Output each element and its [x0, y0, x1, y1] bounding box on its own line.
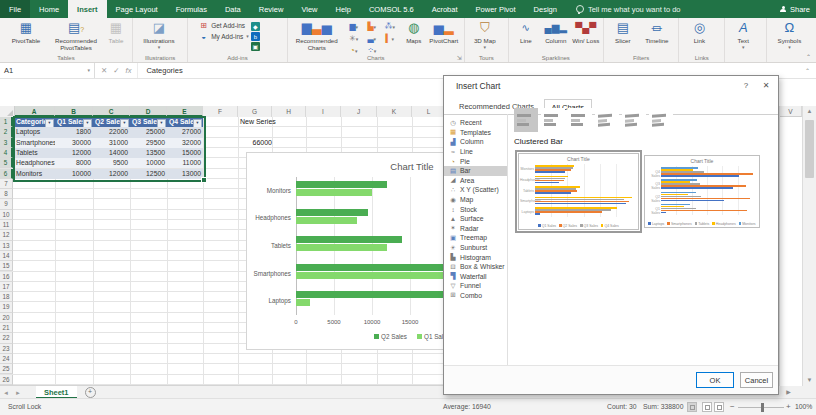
tell-me-box[interactable]: Tell me what you want to do	[566, 0, 681, 18]
table-cell[interactable]: 25000	[130, 127, 167, 137]
chart-type-histogram[interactable]: ▙Histogram	[444, 252, 507, 262]
scroll-down-icon[interactable]: ▼	[803, 375, 816, 386]
table-header-q3-sales[interactable]: Q3 Sales▾	[130, 117, 167, 127]
table-cell[interactable]: 30000	[55, 138, 93, 148]
chart-preview-1[interactable]: Chart TitleMonitorsHeadphonesTabletsSmar…	[518, 153, 639, 230]
chart-type-line[interactable]: ≈Line	[444, 147, 507, 157]
column-header-a[interactable]: A	[14, 106, 55, 117]
timeline-button[interactable]: ⏛ Timeline	[639, 20, 675, 44]
table-cell[interactable]: 27000	[167, 127, 203, 137]
cell-new-series[interactable]: New Series	[240, 118, 276, 125]
filter-dropdown-icon[interactable]: ▾	[120, 119, 129, 128]
table-cell[interactable]: 12000	[55, 148, 93, 158]
row-header-7[interactable]: 7	[0, 179, 13, 189]
table-cell[interactable]: 15000	[167, 148, 203, 158]
tab-review[interactable]: Review	[250, 0, 293, 18]
row-header-10[interactable]: 10	[0, 210, 13, 220]
table-cell[interactable]: 8000	[55, 158, 93, 168]
table-cell[interactable]: 10000	[55, 169, 93, 179]
chart-type-funnel[interactable]: ▽Funnel	[444, 281, 507, 291]
table-cell[interactable]: Tablets	[14, 148, 55, 158]
insert-column-chart-icon[interactable]: ▆▾	[345, 22, 363, 34]
tab-power-pivot[interactable]: Power Pivot	[467, 0, 525, 18]
collapse-ribbon-icon[interactable]: ⌃	[806, 53, 811, 60]
table-cell[interactable]: 22000	[93, 127, 130, 137]
row-header-18[interactable]: 18	[0, 292, 13, 302]
stacked-bar-3d-icon[interactable]	[622, 107, 646, 133]
tab-insert[interactable]: Insert	[68, 0, 106, 18]
row-header-11[interactable]: 11	[0, 220, 13, 230]
row-header-3[interactable]: 3	[0, 138, 13, 148]
3d-map-button[interactable]: ⛉ 3D Map ▾	[468, 20, 502, 50]
next-sheet-icon[interactable]: ►	[12, 390, 24, 396]
table-cell[interactable]: 31000	[93, 138, 130, 148]
tab-page-layout[interactable]: Page Layout	[107, 0, 167, 18]
tab-home[interactable]: Home	[30, 0, 68, 18]
bing-addin-icon[interactable]: b	[251, 32, 260, 41]
prev-sheet-icon[interactable]: ◄	[0, 390, 12, 396]
insert-hierarchy-chart-icon[interactable]: ▙▾	[363, 22, 381, 34]
zoom-slider-thumb[interactable]	[761, 403, 764, 412]
column-header-k[interactable]: K	[377, 106, 412, 117]
pivotchart-button[interactable]: ▅▂ PivotChart	[427, 20, 461, 44]
row-header-20[interactable]: 20	[0, 313, 13, 323]
chart-type-templates[interactable]: ▦Templates	[444, 128, 507, 138]
addin-teal-icon[interactable]: ◆	[251, 22, 260, 31]
table-header-categories[interactable]: Categories▾	[14, 117, 55, 127]
table-cell[interactable]: Headphones	[14, 158, 55, 168]
table-header-q4-sales[interactable]: Q4 Sales▾	[167, 117, 203, 127]
chart-type-surface[interactable]: ▲Surface	[444, 214, 507, 224]
new-sheet-icon[interactable]: +	[85, 387, 96, 398]
row-header-13[interactable]: 13	[0, 241, 13, 251]
tab-help[interactable]: Help	[327, 0, 360, 18]
table-cell[interactable]: 12500	[130, 169, 167, 179]
row-header-12[interactable]: 12	[0, 230, 13, 240]
column-header-d[interactable]: D	[130, 106, 167, 117]
chart-type-stock[interactable]: ↕Stock	[444, 204, 507, 214]
row-header-22[interactable]: 22	[0, 333, 13, 343]
cancel-button[interactable]: Cancel	[740, 372, 773, 388]
chart-type-sunburst[interactable]: ☀Sunburst	[444, 243, 507, 253]
chart-type-treemap[interactable]: ▣Treemap	[444, 233, 507, 243]
filter-dropdown-icon[interactable]: ▾	[157, 119, 166, 128]
scroll-right-icon[interactable]: ▶	[783, 387, 794, 397]
insert-statistic-chart-icon[interactable]: ▃▾	[363, 34, 381, 46]
column-header-l[interactable]: L	[412, 106, 446, 117]
zoom-in-icon[interactable]: +	[786, 402, 791, 411]
tab-view[interactable]: View	[292, 0, 326, 18]
scroll-up-icon[interactable]: ▲	[803, 106, 816, 117]
row-header-6[interactable]: 6	[0, 169, 13, 179]
share-button[interactable]: Share	[780, 0, 810, 18]
slicer-button[interactable]: ▤ Slicer	[607, 20, 639, 44]
row-header-23[interactable]: 23	[0, 344, 13, 354]
column-header-h[interactable]: H	[272, 106, 306, 117]
stacked-bar-icon[interactable]	[541, 108, 565, 132]
name-box[interactable]: A1 ▾	[0, 62, 95, 78]
sparkline-line-button[interactable]: ∿ Line	[512, 20, 540, 44]
table-cell[interactable]: Monitors	[14, 169, 55, 179]
cell-66000[interactable]: 66000	[240, 139, 272, 146]
column-header-b[interactable]: B	[55, 106, 93, 117]
clustered-bar-3d-icon[interactable]	[595, 107, 619, 133]
row-header-26[interactable]: 26	[0, 375, 13, 385]
chart-type-radar[interactable]: ✶Radar	[444, 224, 507, 234]
page-break-view-icon[interactable]	[714, 402, 724, 412]
column-header-f[interactable]: F	[203, 106, 238, 117]
chart-type-combo[interactable]: ⊞Combo	[444, 291, 507, 301]
table-cell[interactable]: 1800	[55, 127, 93, 137]
illustrations-button[interactable]: ◪ Illustrations ▾	[136, 20, 182, 50]
chart-type-box-whisker[interactable]: ⊟Box & Whisker	[444, 262, 507, 272]
table-header-q1-sales[interactable]: Q1 Sales▾	[55, 117, 93, 127]
recommended-pivottables-button[interactable]: ▤? Recommended PivotTables	[49, 20, 103, 51]
get-addins-button[interactable]: ⊞ Get Add-ins	[199, 20, 249, 30]
row-header-19[interactable]: 19	[0, 302, 13, 312]
column-header-i[interactable]: I	[306, 106, 341, 117]
chart-type-x-y-scatter[interactable]: ∴X Y (Scatter)	[444, 185, 507, 195]
vertical-scroll-thumb[interactable]	[805, 120, 814, 178]
cancel-entry-icon[interactable]: ✕	[101, 66, 107, 75]
people-addin-icon[interactable]: ▣	[251, 42, 260, 51]
chart-type-column[interactable]: ▟Column	[444, 137, 507, 147]
table-cell[interactable]: Laptops	[14, 127, 55, 137]
chart-type-pie[interactable]: ◔Pie	[444, 156, 507, 166]
insert-combo-chart-icon[interactable]: ▍▾	[381, 34, 399, 46]
